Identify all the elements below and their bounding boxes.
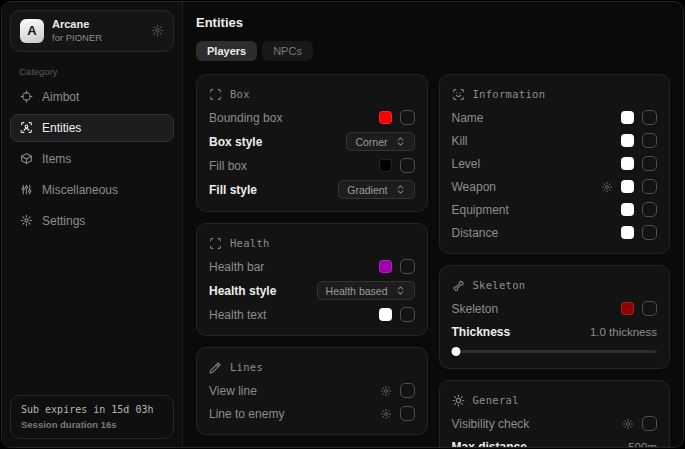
sun-icon [452, 394, 465, 407]
bounding-box-color-swatch[interactable] [379, 111, 392, 124]
sidebar-item-settings[interactable]: Settings [10, 207, 174, 235]
row-controls [601, 179, 657, 194]
row-health-bar: Health bar [209, 258, 415, 275]
equipment-checkbox[interactable] [642, 202, 657, 217]
line-to-enemy-label: Line to enemy [209, 407, 284, 421]
row-controls: 500m [628, 441, 657, 448]
entities-icon [20, 121, 33, 134]
subscription-card: Sub expires in 15d 03h Session duration … [10, 395, 174, 439]
cards-area: BoxBounding boxBox styleCornerFill boxFi… [196, 74, 670, 447]
crosshair-icon [20, 90, 33, 103]
row-equipment: Equipment [452, 201, 658, 218]
distance-color-swatch[interactable] [621, 226, 634, 239]
sliders-icon [20, 183, 33, 196]
row-max-distance: Max distance500m [452, 438, 658, 447]
max-distance-label: Max distance [452, 440, 527, 448]
sidebar-item-items[interactable]: Items [10, 145, 174, 173]
fill-box-color-swatch[interactable] [379, 159, 392, 172]
scan-face-icon [452, 88, 465, 101]
weapon-color-swatch[interactable] [621, 180, 634, 193]
row-health-text: Health text [209, 306, 415, 323]
app-subtitle: for PIONER [52, 32, 143, 44]
health-style-label: Health style [209, 284, 276, 298]
fill-box-checkbox[interactable] [400, 158, 415, 173]
view-line-gear-icon[interactable] [380, 385, 392, 397]
card-column-2: InformationNameKillLevelWeaponEquipmentD… [439, 74, 671, 447]
row-weapon: Weapon [452, 178, 658, 195]
equipment-color-swatch[interactable] [621, 203, 634, 216]
health-bar-color-swatch[interactable] [379, 260, 392, 273]
kill-checkbox[interactable] [642, 133, 657, 148]
chevrons-up-down-icon [395, 285, 406, 296]
weapon-label: Weapon [452, 180, 496, 194]
line-to-enemy-gear-icon[interactable] [380, 408, 392, 420]
row-controls [621, 225, 657, 240]
general-card: GeneralVisibility checkMax distance500m [439, 380, 671, 447]
visibility-check-checkbox[interactable] [642, 416, 657, 431]
line-to-enemy-checkbox[interactable] [400, 406, 415, 421]
main-content: Entities PlayersNPCs BoxBounding boxBox … [183, 2, 683, 447]
slider-track [452, 350, 658, 353]
card-column-1: BoxBounding boxBox styleCornerFill boxFi… [196, 74, 428, 435]
visibility-check-gear-icon[interactable] [622, 418, 634, 430]
row-controls [380, 406, 415, 421]
settings-icon[interactable] [151, 24, 164, 37]
row-line-to-enemy: Line to enemy [209, 405, 415, 422]
sidebar-item-label: Entities [42, 121, 81, 135]
skeleton-color-swatch[interactable] [621, 302, 634, 315]
row-bounding-box: Bounding box [209, 109, 415, 126]
row-controls [380, 383, 415, 398]
row-visibility-check: Visibility check [452, 415, 658, 432]
row-fill-style: Fill styleGradient [209, 180, 415, 199]
row-controls: Health based [317, 281, 415, 300]
box-style-dropdown[interactable]: Corner [346, 132, 414, 151]
health-text-checkbox[interactable] [400, 307, 415, 322]
equipment-label: Equipment [452, 203, 509, 217]
distance-label: Distance [452, 226, 499, 240]
row-controls [379, 110, 415, 125]
skeleton-label: Skeleton [452, 302, 499, 316]
category-label: Category [19, 66, 174, 77]
row-controls [621, 156, 657, 171]
card-title: Box [230, 88, 250, 100]
bone-icon [452, 279, 465, 292]
name-color-swatch[interactable] [621, 111, 634, 124]
health-bar-checkbox[interactable] [400, 259, 415, 274]
sidebar-item-miscellaneous[interactable]: Miscellaneous [10, 176, 174, 204]
box-style-dropdown-value: Corner [355, 136, 387, 148]
tab-npcs[interactable]: NPCs [262, 41, 313, 61]
row-kill: Kill [452, 132, 658, 149]
page-title: Entities [196, 15, 670, 30]
sidebar-item-aimbot[interactable]: Aimbot [10, 83, 174, 111]
distance-checkbox[interactable] [642, 225, 657, 240]
weapon-gear-icon[interactable] [601, 181, 613, 193]
health-text-color-swatch[interactable] [379, 308, 392, 321]
row-controls [621, 110, 657, 125]
card-header: Skeleton [452, 276, 658, 294]
level-checkbox[interactable] [642, 156, 657, 171]
skeleton-checkbox[interactable] [642, 301, 657, 316]
health-card: HealthHealth barHealth styleHealth based… [196, 223, 428, 336]
scan-icon [209, 237, 222, 250]
bounding-box-checkbox[interactable] [400, 110, 415, 125]
fill-style-dropdown[interactable]: Gradient [338, 180, 414, 199]
thickness-label: Thickness [452, 325, 511, 339]
name-checkbox[interactable] [642, 110, 657, 125]
sidebar: A Arcane for PIONER Category AimbotEntit… [2, 2, 183, 447]
card-header: Health [209, 234, 415, 252]
kill-color-swatch[interactable] [621, 134, 634, 147]
view-line-checkbox[interactable] [400, 383, 415, 398]
tab-players[interactable]: Players [196, 41, 257, 61]
thickness-value: 1.0 thickness [590, 326, 657, 338]
sidebar-item-entities[interactable]: Entities [10, 114, 174, 142]
slider-handle[interactable] [451, 347, 460, 356]
row-level: Level [452, 155, 658, 172]
row-view-line: View line [209, 382, 415, 399]
level-color-swatch[interactable] [621, 157, 634, 170]
sidebar-nav: AimbotEntitiesItemsMiscellaneousSettings [10, 83, 174, 235]
package-icon [20, 152, 33, 165]
weapon-checkbox[interactable] [642, 179, 657, 194]
health-style-dropdown[interactable]: Health based [317, 281, 415, 300]
health-style-dropdown-value: Health based [326, 285, 388, 297]
thickness-slider[interactable] [452, 346, 658, 356]
